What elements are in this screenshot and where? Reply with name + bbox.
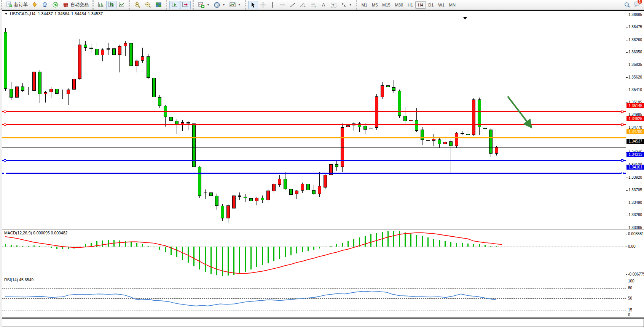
notifications-button[interactable]: 1 [633,1,640,8]
line-handle[interactable] [621,123,623,126]
paint-bucket-icon [32,2,38,8]
svg-text:E: E [304,5,306,8]
crosshair-icon [260,2,266,8]
arrow-objects-icon [341,2,347,8]
channel-button[interactable]: E [298,1,308,9]
candlestick-chart-button[interactable] [106,1,116,9]
text-label-icon: T [330,2,337,8]
new-order-icon [6,2,13,8]
market-watch-button[interactable] [40,1,50,9]
timeframe-M1[interactable]: M1 [359,1,370,9]
toolbar-group-objects: E F A T ▼ [245,0,355,10]
toolbar-group-scroll [166,0,192,10]
annotation-arrow[interactable] [508,96,531,127]
auto-trading-button[interactable]: 自动交易 [61,1,91,9]
macd-label: MACD(12,26,9) 0.000095 0.000482 [4,231,67,235]
timeframe-M15[interactable]: M15 [380,1,392,9]
toolbar-right: 1 [624,1,644,8]
horizontal-line-icon [279,2,286,8]
chevron-down-icon: ▼ [222,3,225,6]
bar-chart-icon [98,2,104,8]
equidistant-channel-icon: E [300,2,306,8]
tile-windows-button[interactable] [153,1,164,9]
toolbar-group-zoom [129,0,165,10]
chart-window: ▼ USDCAD-,H4 1.34437 1.34564 1.34434 1.3… [2,10,644,327]
line-handle[interactable] [621,159,623,162]
trading-app: { "toolbar": { "new_order_label": "新订单",… [0,0,644,327]
text-button[interactable]: A [319,1,328,9]
fibonacci-button[interactable]: F [308,1,319,9]
bar-chart-button[interactable] [96,1,106,9]
text-label-button[interactable]: T [328,1,339,9]
chevron-down-icon: ▼ [207,3,210,6]
new-order-button[interactable]: 新订单 [4,1,30,9]
new-order-label: 新订单 [14,2,28,8]
timeframe-W1[interactable]: W1 [436,1,447,9]
chart-shift-button[interactable] [180,1,191,9]
auto-trading-icon [62,2,69,8]
template-icon [229,2,236,8]
chart-shift-icon [182,2,189,8]
notification-badge: 1 [637,0,642,4]
indicators-icon [198,2,205,8]
auto-trading-label: 自动交易 [70,2,89,8]
trendline-button[interactable] [288,1,298,9]
main-toolbar: 新订单 自动交易 [0,0,644,10]
timeframe-M30[interactable]: M30 [393,1,405,9]
zoom-out-icon [145,2,151,8]
line-handle[interactable] [4,172,6,174]
price-tag-1.35145: 1.35145 [626,103,644,108]
candlestick-chart-icon [108,2,115,8]
price-tag-1.34925: 1.34925 [626,116,644,121]
zoom-in-icon [134,2,141,8]
svg-text:A: A [322,2,325,8]
toolbar-group-trade: 新订单 自动交易 [1,0,92,10]
chevron-down-icon: ▼ [349,3,352,6]
timeframe-H1[interactable]: H1 [405,1,415,9]
crosshair-button[interactable] [258,1,268,9]
price-tag-1.34537: 1.34537 [626,139,644,144]
line-handle[interactable] [621,111,623,113]
price-tag-1.34700: 1.34700 [626,129,644,134]
chart-shift-marker[interactable] [463,17,467,19]
line-handle[interactable] [4,123,6,126]
clock-icon [214,2,220,8]
line-chart-icon [118,2,125,8]
timeframe-H4[interactable]: H4 [415,1,426,9]
trendline-icon [290,2,296,8]
timeframe-group: M1M5M15M30H1H4D1W1MN [356,0,459,10]
horizontal-line-button[interactable] [277,1,288,9]
price-tag-1.34313: 1.34313 [626,152,644,157]
line-handle[interactable] [4,159,6,162]
text-icon: A [321,2,327,8]
timeframe-M5[interactable]: M5 [370,1,380,9]
tile-windows-icon [155,2,162,8]
indicators-button[interactable]: ▼ [196,1,212,9]
svg-text:T: T [332,3,335,7]
signal-icon [52,2,59,8]
price-tag-1.34101: 1.34101 [626,165,644,170]
rsi-label: RSI(14) 45.6549 [4,277,33,282]
periods-button[interactable]: ▼ [212,1,227,9]
svg-text:F: F [315,6,316,8]
arrows-button[interactable]: ▼ [339,1,354,9]
auto-scroll-button[interactable] [169,1,180,9]
zoom-in-button[interactable] [132,1,143,9]
styles-button[interactable] [30,1,40,9]
toolbar-group-charttype [92,0,128,10]
fibonacci-icon: F [310,2,317,8]
timeframe-D1[interactable]: D1 [426,1,436,9]
signals-button[interactable] [50,1,61,9]
templates-button[interactable]: ▼ [227,1,243,9]
timeframe-MN[interactable]: MN [447,1,458,9]
line-chart-button[interactable] [116,1,127,9]
toolbar-group-dropdowns: ▼ ▼ ▼ [193,0,244,10]
line-handle[interactable] [4,111,6,113]
cursor-button[interactable] [248,1,258,9]
vertical-line-button[interactable] [268,1,277,9]
line-handle[interactable] [621,172,623,174]
cursor-icon [250,2,256,8]
search-icon[interactable] [624,2,630,8]
zoom-out-button[interactable] [143,1,153,9]
chevron-down-icon: ▼ [238,3,241,6]
